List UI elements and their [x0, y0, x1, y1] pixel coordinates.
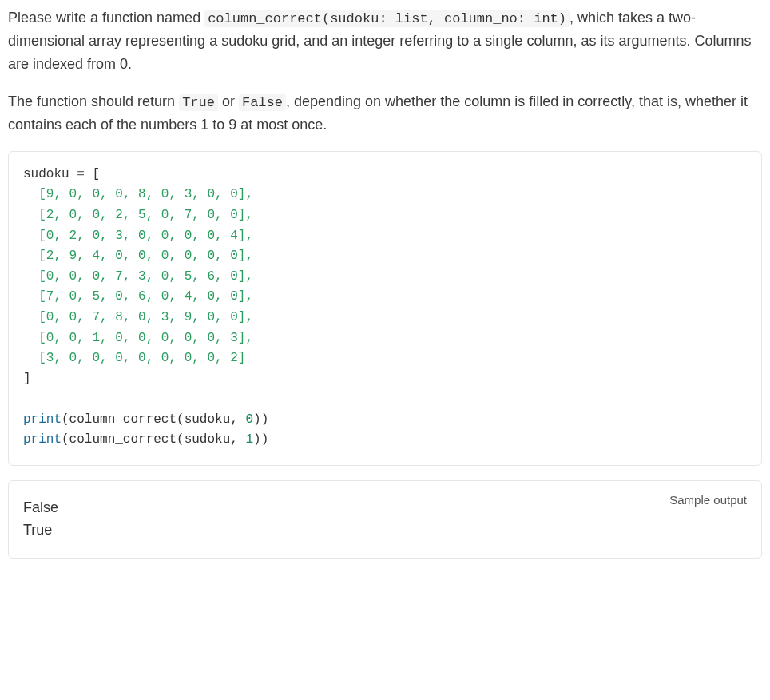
code-row: [0, 2, 0, 3, 0, 0, 0, 0, 4],: [38, 229, 253, 243]
intro-paragraph-1: Please write a function named column_cor…: [8, 6, 762, 76]
code-close-bracket: ]: [23, 372, 31, 386]
code-row: [7, 0, 5, 0, 6, 0, 4, 0, 0],: [38, 289, 253, 304]
inline-code-false: False: [239, 94, 286, 111]
code-block: sudoku = [ [9, 0, 0, 0, 8, 0, 3, 0, 0], …: [8, 151, 762, 466]
code-assign-left: sudoku: [23, 167, 77, 181]
code-assign-eq: =: [77, 167, 85, 181]
inline-code-true: True: [179, 94, 218, 111]
text: The function should return: [8, 93, 179, 109]
code-row: [0, 0, 7, 8, 0, 3, 9, 0, 0],: [38, 310, 253, 324]
code-call-1-open: (column_correct(sudoku,: [62, 412, 245, 427]
output-line-1: False: [23, 499, 58, 515]
code-row: [2, 0, 0, 2, 5, 0, 7, 0, 0],: [38, 208, 253, 222]
code-call-1-arg: 0: [245, 412, 253, 427]
sample-output-block: Sample output False True: [8, 480, 762, 559]
output-line-2: True: [23, 522, 52, 538]
code-assign-right: [: [85, 167, 100, 181]
code-print-1: print: [23, 412, 62, 427]
text: Please write a function named: [8, 10, 204, 26]
sample-output-text: False True: [23, 497, 747, 542]
code-row: [0, 0, 0, 7, 3, 0, 5, 6, 0],: [38, 269, 253, 284]
code-call-2-open: (column_correct(sudoku,: [62, 432, 245, 447]
code-row: [3, 0, 0, 0, 0, 0, 0, 0, 2]: [38, 351, 245, 365]
code-call-2-arg: 1: [245, 432, 253, 447]
text: or: [218, 93, 239, 109]
code-call-1-close: )): [253, 412, 268, 427]
code-call-2-close: )): [253, 432, 268, 447]
code-row: [9, 0, 0, 0, 8, 0, 3, 0, 0],: [38, 187, 253, 201]
sample-output-label: Sample output: [669, 491, 747, 510]
code-row: [2, 9, 4, 0, 0, 0, 0, 0, 0],: [38, 249, 253, 263]
code-print-2: print: [23, 432, 62, 447]
intro-paragraph-2: The function should return True or False…: [8, 90, 762, 137]
inline-code-function-signature: column_correct(sudoku: list, column_no: …: [204, 10, 570, 27]
code-row: [0, 0, 1, 0, 0, 0, 0, 0, 3],: [38, 331, 253, 345]
